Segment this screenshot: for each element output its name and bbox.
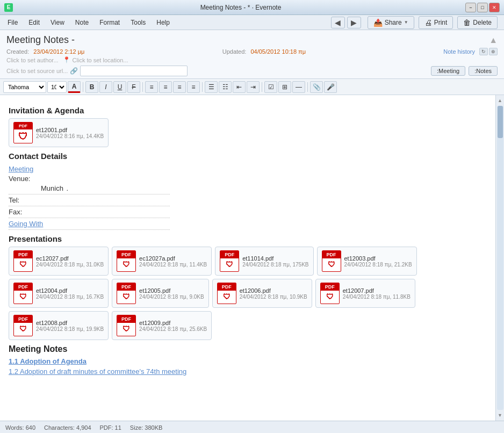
scrollbar[interactable]: ▲ ▼ [495, 95, 504, 421]
numbered-list-button[interactable]: ☷ [219, 81, 232, 93]
titlebar: E Meeting Notes - * · Evernote − □ ✕ [0, 0, 504, 15]
menu-format[interactable]: Format [94, 17, 125, 28]
scroll-up-arrow[interactable]: ▲ [489, 35, 498, 45]
pdf-item-et12008[interactable]: PDF🛡 et12008.pdf24/04/2012 8:18 πμ, 19.9… [9, 311, 109, 340]
pdf-item-et12004[interactable]: PDF🛡 et12004.pdf24/04/2012 8:18 πμ, 16.7… [9, 279, 109, 308]
contact-meeting-link[interactable]: Meeting [9, 165, 33, 173]
scroll-thumb[interactable] [498, 106, 503, 138]
align-justify-button[interactable]: ≡ [187, 81, 200, 93]
pdf-icon-et12008: PDF🛡 [13, 315, 33, 336]
scroll-up-button[interactable]: ▲ [497, 96, 503, 105]
subsection2-link[interactable]: 1.2 Adoption of draft minutes of committ… [9, 367, 186, 376]
pdf-item-et12005[interactable]: PDF🛡 et12005.pdf24/04/2012 8:18 πμ, 9.0K… [112, 279, 209, 308]
agenda-attachments: PDF 🛡 et12001.pdf 24/04/2012 8:16 πμ, 14… [9, 118, 487, 147]
align-center-button[interactable]: ≡ [159, 81, 172, 93]
window-controls: − □ ✕ [465, 3, 500, 12]
menu-edit[interactable]: Edit [23, 17, 45, 28]
print-button[interactable]: 🖨 Print [419, 16, 453, 29]
pdf-meta-et12008: 24/04/2012 8:18 πμ, 19.9KB [36, 326, 104, 332]
underline-button[interactable]: U [113, 81, 126, 93]
audio-button[interactable]: 🎤 [324, 81, 337, 93]
print-label: Print [434, 19, 448, 26]
attachment-button[interactable]: 📎 [310, 81, 323, 93]
scroll-down-button[interactable]: ▼ [497, 411, 503, 420]
location-placeholder[interactable]: Click to set location... [73, 57, 128, 63]
align-right-button[interactable]: ≡ [173, 81, 186, 93]
font-select[interactable]: Tahoma [3, 81, 46, 93]
subsection1-link[interactable]: 1.1 Adoption of Agenda [9, 357, 87, 365]
pdf-icon-et12004: PDF🛡 [13, 283, 33, 304]
align-left-button[interactable]: ≡ [145, 81, 158, 93]
pdf-item-et12009[interactable]: PDF🛡 et12009.pdf24/04/2012 8:18 πμ, 25.6… [112, 311, 212, 340]
checkbox-button[interactable]: ☑ [264, 81, 277, 93]
print-icon: 🖨 [424, 18, 432, 27]
pdf-item-et12003[interactable]: PDF🛡 et12003.pdf24/04/2012 8:18 πμ, 21.2… [317, 247, 417, 276]
menu-tools[interactable]: Tools [125, 17, 151, 28]
status-size: Size: 380KB [130, 424, 163, 431]
pdf-name-et12006: et12006.pdf [240, 287, 307, 294]
nav-forward-button[interactable]: ▶ [347, 17, 361, 28]
city-name: Munich [41, 184, 63, 192]
city-line: Munich . [9, 184, 487, 192]
note-history-link[interactable]: Note history [443, 48, 475, 55]
status-pdf: PDF: 11 [100, 424, 121, 431]
pdf-item-et11014[interactable]: PDF🛡 et11014.pdf24/04/2012 8:18 πμ, 175K… [215, 247, 313, 276]
bold-button[interactable]: B [85, 81, 98, 93]
pdf-item-ec12027a[interactable]: PDF🛡 ec12027a.pdf24/04/2012 8:18 πμ, 11.… [112, 247, 212, 276]
pdf-meta-et12006: 24/04/2012 8:18 πμ, 10.9KB [240, 294, 307, 300]
size-select[interactable]: 10 [47, 81, 67, 93]
pdf-item-ec12027[interactable]: PDF🛡 ec12027.pdf24/04/2012 8:18 πμ, 31.0… [9, 247, 109, 276]
note-title[interactable]: Meeting Notes - [6, 34, 75, 46]
pdf-item-et12006[interactable]: PDF🛡 et12006.pdf24/04/2012 8:18 πμ, 10.9… [212, 279, 312, 308]
dotted-line-4 [9, 229, 170, 230]
close-button[interactable]: ✕ [489, 3, 500, 12]
tel-line: Tel: [9, 196, 487, 204]
delete-button[interactable]: 🗑 Delete [457, 16, 498, 29]
section-contact-heading: Contact Details [9, 151, 487, 161]
pdf-name-et12004: et12004.pdf [36, 287, 104, 294]
nav-back-button[interactable]: ◀ [331, 17, 345, 28]
menu-help[interactable]: Help [151, 17, 175, 28]
tag-notes-button[interactable]: :Notes [469, 66, 498, 76]
dotted-line-3 [9, 218, 170, 218]
menu-view[interactable]: View [45, 17, 70, 28]
note-header: Meeting Notes - ▲ Created: 23/04/2012 2:… [0, 30, 504, 79]
url-input[interactable] [80, 66, 188, 76]
note-content[interactable]: Invitation & Agenda PDF 🛡 et12001.pdf 24… [0, 95, 495, 421]
pdf-item-et12007[interactable]: PDF🛡 et12007.pdf24/04/2012 8:18 πμ, 11.8… [315, 279, 415, 308]
updated-value: 04/05/2012 10:18 πμ [250, 48, 306, 55]
refresh-icon[interactable]: ↻ [479, 48, 488, 55]
italic-button[interactable]: I [99, 81, 112, 93]
contact-section: Meeting Venue: Munich . Tel: Fax: Going … [9, 165, 487, 230]
dotted-line-2 [9, 206, 170, 206]
pdf-meta-ec12027: 24/04/2012 8:18 πμ, 31.0KB [36, 262, 104, 268]
section-presentations-heading: Presentations [9, 234, 487, 243]
pdf-name-et12001: et12001.pdf [36, 127, 104, 133]
presentations-grid: PDF🛡 ec12027.pdf24/04/2012 8:18 πμ, 31.0… [9, 247, 487, 340]
maximize-button[interactable]: □ [477, 3, 488, 12]
sync-icon[interactable]: ⊕ [489, 48, 498, 55]
bullet-list-button[interactable]: ☰ [205, 81, 218, 93]
going-with-link[interactable]: Going With [9, 220, 43, 228]
delete-icon: 🗑 [463, 18, 471, 27]
share-button[interactable]: 📤 Share ▼ [368, 16, 414, 29]
pdf-icon-ec12027: PDF🛡 [13, 250, 33, 272]
status-words: Words: 640 [5, 424, 35, 431]
strikethrough-button[interactable]: F [127, 81, 140, 93]
line-button[interactable]: — [292, 81, 305, 93]
source-url-placeholder[interactable]: Click to set source url... [6, 68, 68, 74]
menu-file[interactable]: File [2, 17, 23, 28]
tag-meeting-button[interactable]: :Meeting [431, 66, 465, 76]
font-color-button[interactable]: A [68, 81, 81, 93]
table-button[interactable]: ⊞ [278, 81, 291, 93]
venue-line: Venue: [9, 175, 487, 183]
created-value: 23/04/2012 2:12 μμ [33, 48, 84, 55]
menubar: File Edit View Note Format Tools Help ◀ … [0, 15, 504, 30]
toolbar-actions: 📤 Share ▼ 🖨 Print 🗑 Delete [368, 16, 498, 29]
pdf-item-et12001[interactable]: PDF 🛡 et12001.pdf 24/04/2012 8:16 πμ, 14… [9, 118, 109, 147]
author-placeholder[interactable]: Click to set author... [6, 57, 59, 63]
indent-button[interactable]: ⇥ [247, 81, 260, 93]
menu-note[interactable]: Note [70, 17, 94, 28]
outdent-button[interactable]: ⇤ [233, 81, 246, 93]
minimize-button[interactable]: − [465, 3, 476, 12]
